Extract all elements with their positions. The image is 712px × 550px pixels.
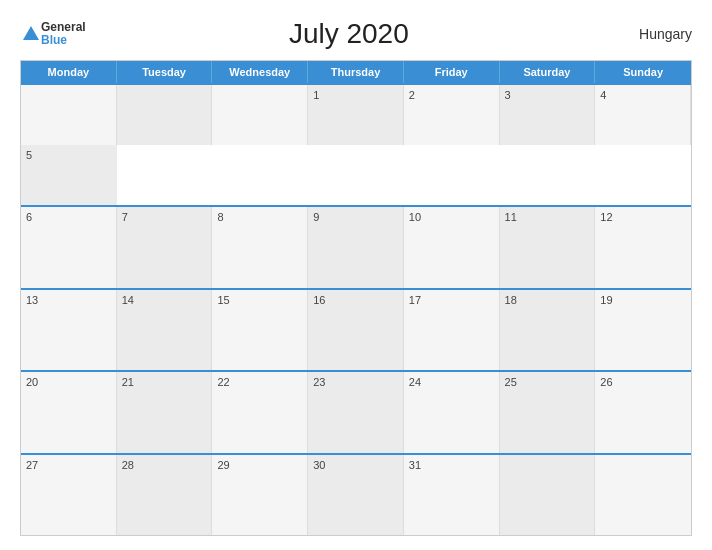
day-header-thursday: Thursday [308,61,404,83]
day-cell-16: 16 [308,290,404,371]
calendar-week-1: 12345 [21,83,691,205]
day-header-friday: Friday [404,61,500,83]
day-cell-4: 4 [595,85,691,145]
day-cell-7: 7 [117,207,213,288]
day-cell-17: 17 [404,290,500,371]
day-number: 30 [313,459,398,471]
day-cell-29: 29 [212,455,308,536]
calendar-header: MondayTuesdayWednesdayThursdayFridaySatu… [21,61,691,83]
day-number: 16 [313,294,398,306]
day-number: 10 [409,211,494,223]
day-number: 8 [217,211,302,223]
day-cell-25: 25 [500,372,596,453]
day-cell-10: 10 [404,207,500,288]
day-cell-26: 26 [595,372,691,453]
day-cell-6: 6 [21,207,117,288]
day-cell-empty [595,455,691,536]
day-number: 7 [122,211,207,223]
day-cell-21: 21 [117,372,213,453]
day-cell-18: 18 [500,290,596,371]
day-number: 31 [409,459,494,471]
calendar-body: 1234567891011121314151617181920212223242… [21,83,691,535]
day-number: 9 [313,211,398,223]
day-cell-30: 30 [308,455,404,536]
day-cell-13: 13 [21,290,117,371]
day-cell-11: 11 [500,207,596,288]
day-header-saturday: Saturday [500,61,596,83]
day-number: 14 [122,294,207,306]
day-number: 24 [409,376,494,388]
day-number: 12 [600,211,686,223]
logo: General Blue [20,21,86,47]
day-cell-24: 24 [404,372,500,453]
day-cell-2: 2 [404,85,500,145]
day-cell-empty [500,455,596,536]
day-header-sunday: Sunday [595,61,691,83]
day-number: 13 [26,294,111,306]
day-cell-27: 27 [21,455,117,536]
day-number: 5 [26,149,112,161]
day-number: 6 [26,211,111,223]
month-title: July 2020 [86,18,612,50]
logo-text: General Blue [41,21,86,47]
day-cell-23: 23 [308,372,404,453]
day-cell-3: 3 [500,85,596,145]
day-number: 26 [600,376,686,388]
calendar-week-3: 13141516171819 [21,288,691,371]
day-number: 22 [217,376,302,388]
day-number: 18 [505,294,590,306]
day-cell-15: 15 [212,290,308,371]
calendar-week-5: 2728293031 [21,453,691,536]
day-cell-1: 1 [308,85,404,145]
day-number: 1 [313,89,398,101]
day-header-wednesday: Wednesday [212,61,308,83]
day-number: 17 [409,294,494,306]
day-header-monday: Monday [21,61,117,83]
day-cell-12: 12 [595,207,691,288]
logo-blue-text: Blue [41,34,86,47]
day-number: 4 [600,89,685,101]
calendar-week-2: 6789101112 [21,205,691,288]
calendar-week-4: 20212223242526 [21,370,691,453]
day-number: 28 [122,459,207,471]
calendar-page: General Blue July 2020 Hungary MondayTue… [0,0,712,550]
day-cell-20: 20 [21,372,117,453]
day-number: 27 [26,459,111,471]
day-number: 2 [409,89,494,101]
day-cell-22: 22 [212,372,308,453]
day-cell-19: 19 [595,290,691,371]
day-number: 20 [26,376,111,388]
day-cell-empty [212,85,308,145]
day-cell-empty [117,85,213,145]
day-cell-9: 9 [308,207,404,288]
day-number: 21 [122,376,207,388]
day-cell-28: 28 [117,455,213,536]
country-label: Hungary [612,26,692,42]
header: General Blue July 2020 Hungary [20,18,692,50]
day-cell-empty [21,85,117,145]
logo-icon [20,26,39,42]
calendar: MondayTuesdayWednesdayThursdayFridaySatu… [20,60,692,536]
day-number: 25 [505,376,590,388]
day-number: 3 [505,89,590,101]
day-cell-31: 31 [404,455,500,536]
day-cell-5: 5 [21,145,117,205]
day-number: 23 [313,376,398,388]
day-number: 29 [217,459,302,471]
day-number: 19 [600,294,686,306]
day-number: 11 [505,211,590,223]
logo-triangle-icon [23,26,39,40]
day-number: 15 [217,294,302,306]
day-cell-8: 8 [212,207,308,288]
day-header-tuesday: Tuesday [117,61,213,83]
day-cell-14: 14 [117,290,213,371]
